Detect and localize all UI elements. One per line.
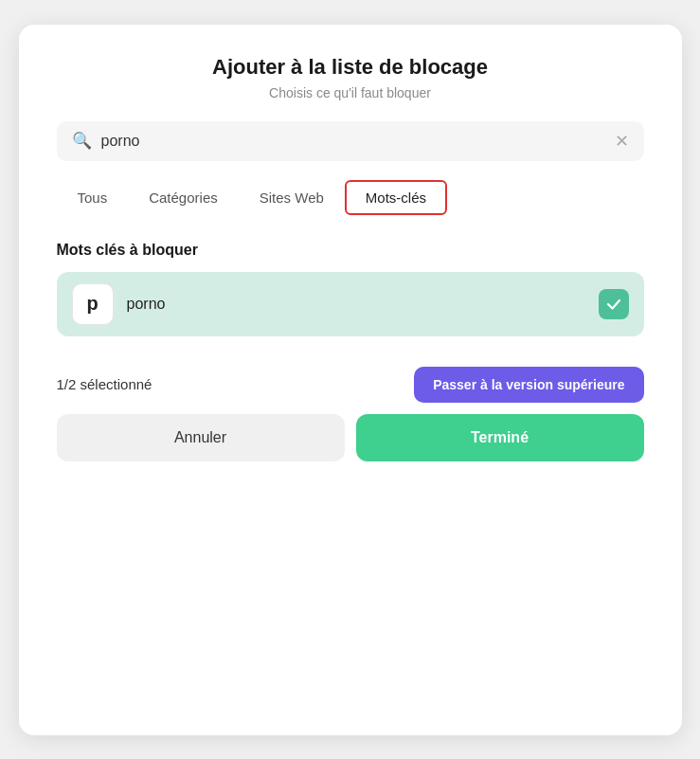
keyword-icon: p — [72, 283, 114, 325]
tab-sites[interactable]: Sites Web — [239, 180, 345, 215]
search-icon: 🔍 — [72, 131, 92, 151]
keyword-list: p porno — [57, 272, 644, 336]
tabs: Tous Catégories Sites Web Mots-clés — [57, 180, 644, 215]
search-input[interactable] — [101, 133, 605, 150]
selection-count: 1/2 sélectionné — [57, 376, 153, 392]
keyword-label: porno — [127, 296, 585, 313]
upgrade-button[interactable]: Passer à la version supérieure — [414, 367, 643, 403]
modal: Ajouter à la liste de blocage Choisis ce… — [19, 25, 682, 735]
search-bar: 🔍 ✕ — [57, 121, 644, 161]
footer-top: 1/2 sélectionné Passer à la version supé… — [57, 367, 644, 403]
keywords-section: Mots clés à bloquer p porno — [57, 242, 644, 336]
footer-actions: Annuler Terminé — [57, 414, 644, 461]
clear-icon[interactable]: ✕ — [615, 131, 629, 152]
modal-title: Ajouter à la liste de blocage — [57, 55, 644, 80]
tab-categories[interactable]: Catégories — [128, 180, 239, 215]
check-icon — [599, 289, 629, 319]
confirm-button[interactable]: Terminé — [356, 414, 644, 461]
tab-mots-cles[interactable]: Mots-clés — [345, 180, 447, 215]
keyword-item[interactable]: p porno — [57, 272, 644, 336]
footer: 1/2 sélectionné Passer à la version supé… — [57, 367, 644, 461]
tab-tous[interactable]: Tous — [57, 180, 129, 215]
section-title: Mots clés à bloquer — [57, 242, 644, 259]
cancel-button[interactable]: Annuler — [57, 414, 345, 461]
modal-subtitle: Choisis ce qu'il faut bloquer — [57, 85, 644, 100]
